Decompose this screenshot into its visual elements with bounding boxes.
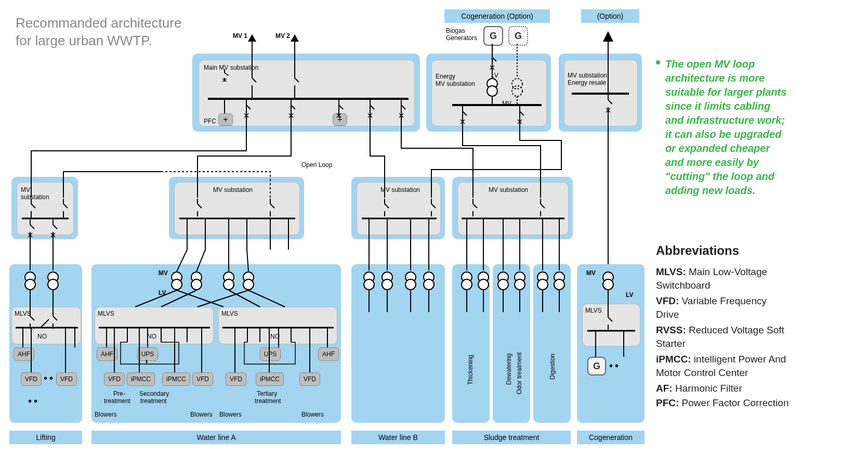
svg-point-21 [512, 86, 522, 96]
svg-line-38 [41, 319, 49, 328]
diagram-svg [0, 0, 868, 466]
diagram-canvas: Recommanded architecture for large urban… [0, 0, 868, 466]
